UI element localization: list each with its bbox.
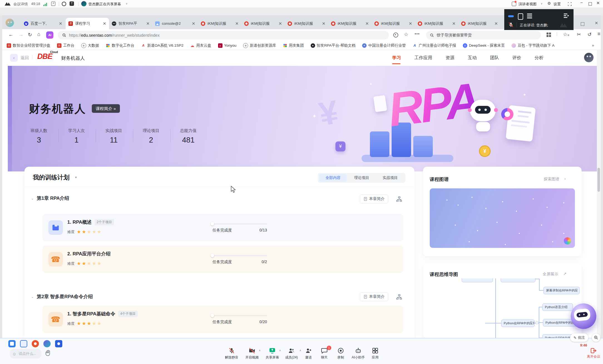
user-avatar[interactable]: [584, 53, 594, 62]
menu-icon[interactable]: ≡: [597, 31, 600, 37]
nav-evaluation[interactable]: 评价: [512, 55, 521, 61]
favorites-list-icon[interactable]: ☆≡: [563, 31, 569, 38]
browser-close-icon[interactable]: ✕: [595, 21, 598, 26]
meeting-chat-input[interactable]: ☺ 说点什么...: [9, 349, 42, 358]
close-tab-icon[interactable]: ✕: [278, 21, 282, 26]
close-tab-icon[interactable]: ✕: [146, 21, 150, 26]
tab-ikm[interactable]: iKM|知识服✕: [372, 18, 415, 29]
taskbar-app-icon[interactable]: [8, 340, 16, 347]
gear-icon[interactable]: ⚙: [547, 1, 551, 6]
pop-out-icon[interactable]: ↗: [51, 2, 55, 6]
browser-profile-avatar[interactable]: [6, 19, 14, 27]
apps-button[interactable]: 应用: [365, 347, 385, 360]
minimize-icon[interactable]: −: [580, 0, 583, 5]
close-tab-icon[interactable]: ✕: [409, 21, 412, 26]
fullscreen-link[interactable]: 全屏展示: [543, 272, 558, 277]
emoji-icon[interactable]: ☺: [12, 351, 16, 356]
chapter-intro-button[interactable]: 本章简介: [360, 292, 388, 301]
graph-preview-image[interactable]: [430, 188, 575, 248]
list-layout-icon[interactable]: [527, 14, 532, 14]
ai-assistant-button[interactable]: AI小助手: [349, 347, 368, 360]
fullscreen-icon[interactable]: [568, 2, 572, 6]
filter-theory[interactable]: 理论项目: [348, 174, 375, 182]
back-icon[interactable]: ←: [8, 32, 13, 38]
settings-button[interactable]: 设置: [553, 2, 561, 7]
collapse-panel-icon[interactable]: [563, 13, 569, 19]
taskbar-app-icon[interactable]: [20, 340, 27, 347]
meeting-details-button[interactable]: 会议详情: [13, 2, 28, 7]
tab-ikm[interactable]: iKM|知识服✕: [415, 18, 458, 29]
bookmark-item[interactable]: DDeepSeek - 探索未至: [463, 43, 505, 48]
back-label[interactable]: 返回: [21, 55, 29, 61]
mindmap-node[interactable]: Python语言介绍: [542, 303, 573, 311]
translate-icon[interactable]: T: [70, 1, 74, 6]
reload-icon[interactable]: ↻: [28, 32, 32, 38]
page-scrollbar-track[interactable]: [597, 50, 601, 338]
sitemap-icon[interactable]: [396, 196, 402, 202]
close-tab-icon[interactable]: ✕: [59, 21, 62, 26]
close-tab-icon[interactable]: ✕: [103, 21, 106, 26]
filter-all[interactable]: 全部内容: [319, 174, 347, 182]
more-options-icon[interactable]: ⋯: [414, 31, 419, 37]
close-tab-icon[interactable]: ✕: [322, 21, 325, 26]
bookmark-item[interactable]: 用友集团: [283, 43, 304, 48]
sitemap-icon[interactable]: [396, 294, 402, 300]
ai-assistant-button[interactable]: AI: [46, 31, 53, 39]
taskbar-app-icon[interactable]: [32, 340, 39, 347]
tab-rpa[interactable]: 智友RPA平✕: [109, 18, 152, 29]
bookmark-item[interactable]: ●智友RPA平台-帮助文档: [311, 43, 355, 48]
tab-baidu[interactable]: 百度一下,✕: [21, 18, 65, 29]
tab-ikm[interactable]: iKM|知识服✕: [241, 18, 285, 29]
bookmark-item[interactable]: yYonyou: [218, 43, 237, 48]
mind-map-canvas[interactable]: 屏幕录制在RPA中的应 Python在RPA中的应用 Python语言介绍 Py…: [423, 278, 582, 338]
record-button[interactable]: 录制: [331, 347, 350, 360]
tab-ikm[interactable]: iKM|知识服✕: [285, 18, 328, 29]
close-icon[interactable]: ✕: [596, 1, 600, 6]
course-intro-badge[interactable]: 课程简介 »: [92, 104, 120, 113]
filter-practice[interactable]: 实战项目: [376, 174, 404, 182]
bookmark-item[interactable]: A新道OA系统 V6.1SP2: [141, 43, 184, 48]
layout-icon[interactable]: [518, 13, 523, 20]
chevron-right-icon[interactable]: ›: [564, 176, 566, 181]
tab-ikm[interactable]: iKM|知识服✕: [328, 18, 372, 29]
page-scrollbar-thumb[interactable]: [597, 168, 600, 192]
bookmark-item[interactable]: ✦中国注册会计师行业管: [362, 43, 406, 48]
expand-icon[interactable]: ↗: [563, 271, 567, 276]
chevron-down-icon[interactable]: ▼: [75, 176, 77, 179]
share-screen-button[interactable]: ∧ 共享屏幕: [263, 347, 282, 360]
bookmark-item[interactable]: A广州注册会计师电子报: [412, 43, 456, 48]
nav-interaction[interactable]: 互动: [468, 55, 477, 61]
chevron-up-icon[interactable]: ∧: [259, 349, 261, 352]
browser-restore-icon[interactable]: [581, 22, 584, 26]
taskbar-app-icon[interactable]: [55, 340, 62, 347]
annotate-button[interactable]: ✎ 批注: [570, 333, 588, 342]
bookmark-star-icon[interactable]: ☆: [404, 31, 408, 38]
apps-grid-icon[interactable]: [546, 32, 551, 37]
members-button[interactable]: ∧ 成员(24): [282, 347, 301, 360]
bookmarks-overflow-chevron[interactable]: »: [592, 43, 594, 48]
bookmark-item[interactable]: 云工作台: [57, 43, 75, 48]
scissors-capture-icon[interactable]: ✂: [577, 31, 581, 38]
bookmark-item[interactable]: ☁用友云盘: [190, 43, 211, 48]
quick-search-box[interactable]: 饺子导演被假冒带货: [426, 31, 541, 39]
address-bar[interactable]: https://edu.seentao.com/runner_web/stude…: [58, 31, 389, 39]
start-video-button[interactable]: ∧ 开启视频: [242, 347, 262, 360]
tab-ikm[interactable]: iKM|知识服✕: [198, 18, 241, 29]
course-item-card[interactable]: ☎ 2. RPA应用平台介绍 难度★★★★★ 任务完成度 0/2: [42, 246, 403, 273]
close-tab-icon[interactable]: ✕: [365, 21, 369, 26]
nav-learn[interactable]: 学习: [392, 55, 401, 61]
maximize-icon[interactable]: [589, 2, 592, 6]
ai-mascot-robot[interactable]: [571, 303, 596, 329]
bookmark-item[interactable]: 数字化工作台: [106, 43, 134, 48]
back-button[interactable]: ‹: [10, 54, 18, 62]
bookmark-item[interactable]: ⊕大数据: [81, 43, 99, 48]
zoom-button[interactable]: [592, 333, 600, 342]
close-tab-icon[interactable]: ✕: [452, 21, 456, 26]
tab-course-active[interactable]: 道 课程学习✕: [66, 18, 109, 29]
video-minimized-icon[interactable]: [508, 15, 514, 17]
raise-hand-icon[interactable]: [45, 350, 52, 357]
mindmap-node[interactable]: Python在RPA中的应用: [501, 320, 535, 327]
chapter-collapse-icon[interactable]: ⌄: [31, 295, 34, 299]
close-tab-icon[interactable]: ✕: [494, 21, 498, 26]
unmute-button[interactable]: 解除静音: [222, 347, 241, 360]
